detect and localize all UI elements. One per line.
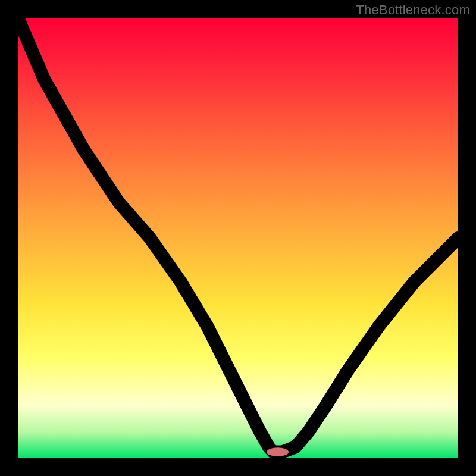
curve-svg [18,18,458,458]
bottleneck-curve [18,18,458,452]
chart-frame: TheBottleneck.com [0,0,476,476]
plot-area [18,18,458,458]
optimum-marker [267,447,289,456]
watermark-text: TheBottleneck.com [356,2,470,18]
